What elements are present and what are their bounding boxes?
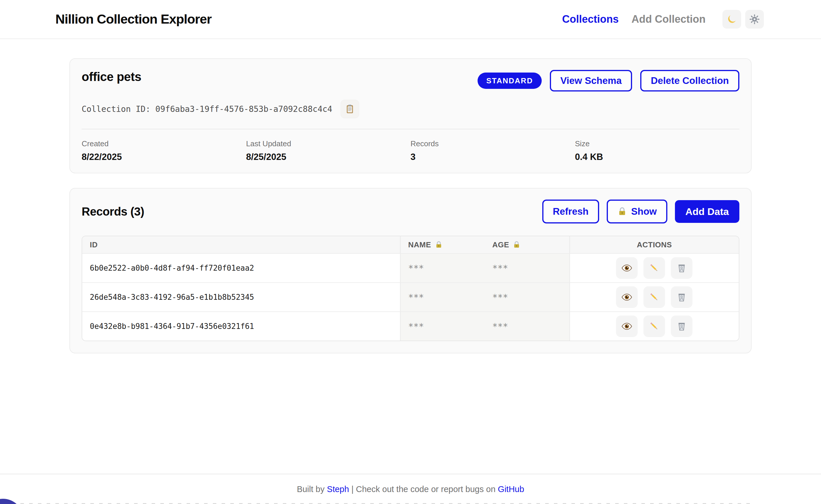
refresh-button[interactable]: Refresh: [542, 200, 599, 223]
view-schema-button[interactable]: View Schema: [550, 70, 632, 91]
records-table: ID NAME AGE ACTIONS 6b0e2522-a0b0-4d: [82, 236, 739, 341]
record-age-cell: ***: [484, 312, 569, 341]
record-name-cell: ***: [400, 312, 485, 341]
view-record-button[interactable]: [616, 257, 638, 279]
author-link[interactable]: Steph: [327, 484, 349, 494]
view-record-button[interactable]: [616, 286, 638, 308]
main-content: office pets STANDARD View Schema Delete …: [69, 58, 752, 353]
collection-card: office pets STANDARD View Schema Delete …: [69, 58, 752, 173]
record-name-cell: ***: [400, 283, 485, 311]
footer-text: Built by Steph | Check out the code or r…: [297, 484, 524, 494]
card-divider: [82, 129, 739, 129]
delete-record-button[interactable]: [671, 257, 693, 279]
stat-created: Created 8/22/2025: [82, 139, 246, 162]
padlock-icon: [435, 241, 443, 249]
column-header-age: AGE: [484, 236, 569, 253]
table-row: 6b0e2522-a0b0-4d8f-af94-ff720f01eaa2 ***…: [82, 253, 739, 282]
nav-link-add-collection[interactable]: Add Collection: [632, 13, 706, 25]
collection-actions: STANDARD View Schema Delete Collection: [478, 70, 739, 91]
app-window: Nillion Collection Explorer Collections …: [0, 0, 821, 504]
pencil-icon: [649, 262, 660, 274]
stat-size: Size 0.4 KB: [575, 139, 739, 162]
stat-records: Records 3: [410, 139, 575, 162]
table-header-row: ID NAME AGE ACTIONS: [82, 236, 739, 253]
settings-button[interactable]: [745, 10, 764, 29]
record-age-cell: ***: [484, 283, 569, 311]
wastebasket-icon: [676, 292, 687, 303]
collection-stats: Created 8/22/2025 Last Updated 8/25/2025…: [82, 139, 739, 162]
column-header-actions: ACTIONS: [569, 236, 739, 253]
theme-toggle-button[interactable]: [723, 10, 741, 29]
pencil-icon: [649, 292, 660, 303]
record-actions-cell: [569, 283, 739, 311]
collection-name: office pets: [82, 70, 141, 84]
gear-icon: [749, 14, 760, 25]
clipboard-icon: [345, 104, 355, 114]
page-footer: Built by Steph | Check out the code or r…: [0, 474, 821, 504]
column-header-id: ID: [82, 236, 400, 253]
column-header-name: NAME: [400, 236, 485, 253]
header-nav: Collections Add Collection: [562, 10, 764, 29]
edit-record-button[interactable]: [644, 286, 665, 308]
wastebasket-icon: [676, 262, 687, 274]
delete-record-button[interactable]: [671, 286, 693, 308]
show-values-button[interactable]: Show: [607, 200, 667, 223]
record-id-cell: 6b0e2522-a0b0-4d8f-af94-ff720f01eaa2: [82, 254, 400, 282]
records-card: Records (3) Refresh Show Add Data ID: [69, 188, 752, 353]
records-table-body: 6b0e2522-a0b0-4d8f-af94-ff720f01eaa2 ***…: [82, 253, 739, 341]
padlock-icon: [512, 241, 521, 249]
collection-type-badge: STANDARD: [478, 73, 542, 89]
record-actions-cell: [569, 312, 739, 341]
record-id-cell: 0e432e8b-b981-4364-91b7-4356e0321f61: [82, 312, 400, 341]
records-actions: Refresh Show Add Data: [542, 200, 739, 223]
add-data-button[interactable]: Add Data: [675, 200, 739, 223]
pencil-icon: [649, 321, 660, 332]
app-title: Nillion Collection Explorer: [55, 12, 212, 27]
collection-id-text: Collection ID: 09f6aba3-19ff-4576-853b-a…: [82, 104, 332, 114]
header-icon-buttons: [723, 10, 764, 29]
crescent-moon-icon: [726, 14, 737, 25]
table-row: 26de548a-3c83-4192-96a5-e1b1b8b52345 ***…: [82, 282, 739, 311]
eye-icon: [621, 292, 633, 303]
github-link[interactable]: GitHub: [498, 484, 524, 494]
record-age-cell: ***: [484, 254, 569, 282]
padlock-icon: [617, 207, 627, 216]
edit-record-button[interactable]: [644, 257, 665, 279]
stat-last-updated: Last Updated 8/25/2025: [246, 139, 410, 162]
edit-record-button[interactable]: [644, 316, 665, 337]
wastebasket-icon: [676, 321, 687, 332]
copy-collection-id-button[interactable]: [341, 100, 359, 118]
top-navigation-bar: Nillion Collection Explorer Collections …: [0, 0, 821, 39]
record-id-cell: 26de548a-3c83-4192-96a5-e1b1b8b52345: [82, 283, 400, 311]
record-name-cell: ***: [400, 254, 485, 282]
table-row: 0e432e8b-b981-4364-91b7-4356e0321f61 ***…: [82, 311, 739, 341]
eye-icon: [621, 321, 633, 332]
records-title: Records (3): [82, 205, 144, 218]
eye-icon: [621, 262, 633, 274]
record-actions-cell: [569, 254, 739, 282]
delete-collection-button[interactable]: Delete Collection: [640, 70, 739, 91]
nav-link-collections[interactable]: Collections: [562, 13, 619, 25]
delete-record-button[interactable]: [671, 316, 693, 337]
view-record-button[interactable]: [616, 316, 638, 337]
